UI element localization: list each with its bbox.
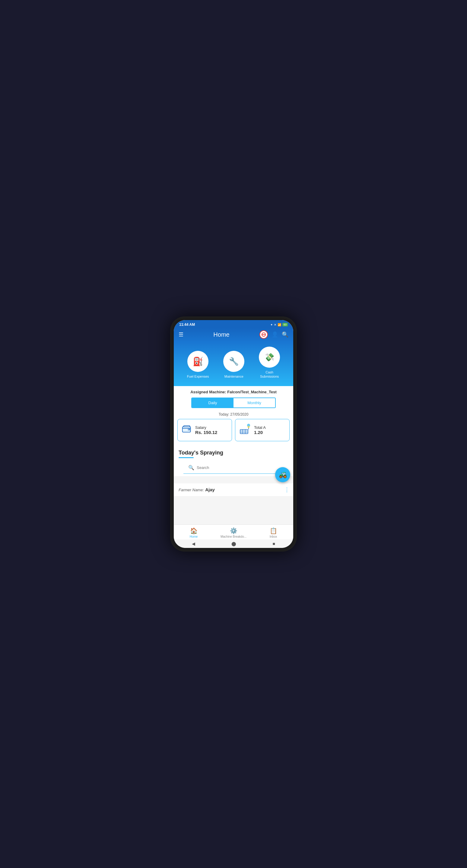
hamburger-menu-icon[interactable]: ☰ (179, 331, 183, 338)
tab-daily[interactable]: Daily (192, 398, 233, 407)
total-area-title: Total A (254, 425, 266, 430)
battery-icon: 60 (282, 323, 288, 327)
assigned-machine-label: Assigned Machine: Falcon/Test_Machine_Te… (191, 390, 276, 394)
machine-nav-icon: ⚙️ (230, 527, 237, 534)
view-tabs: Daily Monthly (174, 395, 293, 411)
nav-machine-label: Machine Breakdo... (221, 535, 246, 538)
tractor-icon: 🚜 (279, 471, 287, 478)
farmer-name-value: Ajay (205, 487, 215, 492)
svg-rect-3 (240, 430, 248, 434)
quick-actions: ⛽ Fuel Expenses 🔧 Maintenance 💸 Cash Sub… (174, 342, 293, 386)
cash-icon-circle: 💸 (259, 347, 280, 368)
stats-row: Salary Rs. 150.12 (174, 419, 293, 445)
tab-monthly[interactable]: Monthly (233, 398, 275, 407)
bottom-nav: 🏠 Home ⚙️ Machine Breakdo... 📋 Inbox (174, 524, 293, 539)
salary-value: Rs. 150.12 (195, 430, 217, 435)
status-time: 11:44 AM (179, 322, 195, 327)
page-title: Home (213, 331, 229, 338)
fuel-expenses-action[interactable]: ⛽ Fuel Expenses (187, 351, 209, 378)
salary-card: Salary Rs. 150.12 (177, 419, 232, 441)
maintenance-icon: 🔧 (229, 357, 239, 366)
total-area-card: Total A 1.20 (235, 419, 290, 441)
main-content: Assigned Machine: Falcon/Test_Machine_Te… (174, 386, 293, 524)
solar-icon (239, 423, 251, 437)
today-date: Today: 27/05/2020 (174, 411, 293, 419)
search-bar-icon: 🔍 (188, 465, 194, 470)
nav-home-label: Home (190, 535, 198, 538)
cash-submissions-action[interactable]: 💸 Cash Submissions (259, 347, 280, 379)
fuel-icon: ⛽ (193, 356, 203, 367)
cash-label: Cash Submissions (260, 370, 279, 379)
profile-icon[interactable]: 👤 (271, 331, 278, 338)
status-icons: ✦ ✕ 📶 60 (270, 323, 288, 327)
maintenance-action[interactable]: 🔧 Maintenance (223, 351, 244, 378)
android-recent-button[interactable]: ■ (272, 541, 275, 546)
farmer-name-label: Farmer Name: (179, 488, 204, 492)
nav-inbox-label: Inbox (270, 535, 277, 538)
spraying-section-header: Today's Spraying (174, 445, 293, 459)
search-icon[interactable]: 🔍 (282, 331, 288, 338)
wallet-icon (181, 424, 192, 437)
svg-point-2 (188, 429, 190, 430)
status-bar: 11:44 AM ✦ ✕ 📶 60 (174, 320, 293, 328)
total-area-value: 1.20 (254, 430, 266, 435)
inbox-nav-icon: 📋 (270, 527, 277, 534)
farmer-preview: Farmer Name: Ajay ⋮ (174, 484, 293, 496)
nav-machine-breakdown[interactable]: ⚙️ Machine Breakdo... (213, 527, 254, 538)
section-underline (179, 457, 194, 458)
home-nav-icon: 🏠 (190, 527, 198, 534)
android-back-button[interactable]: ◀ (192, 541, 195, 546)
fuel-label: Fuel Expenses (187, 374, 209, 378)
signal-icon: ✕ (274, 323, 276, 327)
svg-point-10 (248, 426, 250, 428)
app-header: ☰ Home 👤 🔍 (174, 328, 293, 342)
maintenance-label: Maintenance (225, 374, 243, 378)
search-input[interactable] (197, 465, 279, 470)
wifi-icon: 📶 (278, 323, 281, 327)
tab-group: Daily Monthly (191, 398, 276, 408)
bluetooth-icon: ✦ (270, 323, 273, 327)
nav-home[interactable]: 🏠 Home (174, 527, 213, 538)
fuel-icon-circle: ⛽ (187, 351, 208, 372)
maintenance-icon-circle: 🔧 (223, 351, 244, 372)
tractor-fab-button[interactable]: 🚜 (275, 467, 290, 482)
salary-title: Salary (195, 425, 217, 430)
search-container: 🔍 (183, 462, 284, 474)
android-nav: ◀ ⬤ ■ (174, 539, 293, 548)
spraying-title: Today's Spraying (179, 450, 223, 456)
android-home-button[interactable]: ⬤ (231, 541, 236, 546)
cash-icon: 💸 (265, 352, 274, 362)
header-icons: 👤 🔍 (259, 330, 288, 339)
search-wrapper: 🔍 🚜 (174, 459, 293, 476)
no-entry-icon[interactable] (259, 330, 268, 339)
nav-inbox[interactable]: 📋 Inbox (254, 527, 293, 538)
more-options-icon[interactable]: ⋮ (284, 487, 290, 493)
assigned-machine-section: Assigned Machine: Falcon/Test_Machine_Te… (174, 386, 293, 395)
